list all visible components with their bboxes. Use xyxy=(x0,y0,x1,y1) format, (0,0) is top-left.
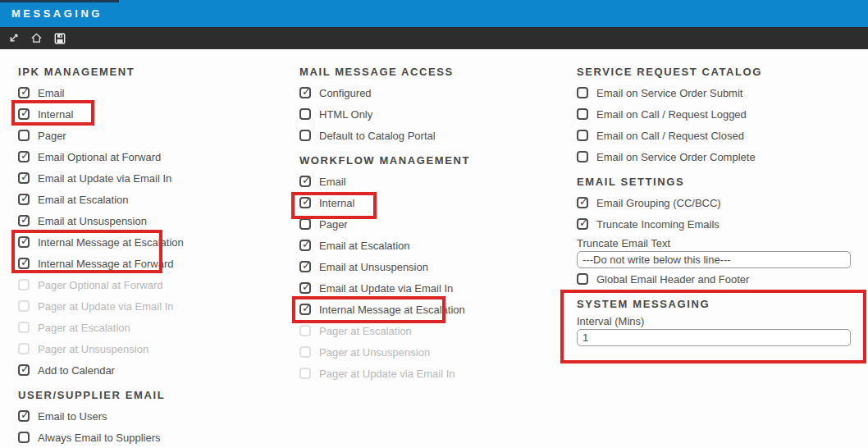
checkbox-always-email-to-suppliers[interactable] xyxy=(18,432,30,443)
checkbox-row-pager[interactable]: Pager xyxy=(18,125,294,146)
checkbox-internal[interactable] xyxy=(299,197,311,208)
checkbox-label-email-at-update-via-email-in: Email at Update via Email In xyxy=(319,282,453,295)
checkbox-email-on-call-request-closed[interactable] xyxy=(577,130,588,141)
checkbox-row-pager[interactable]: Pager xyxy=(299,213,575,235)
checkbox-label-default-to-catalog-portal: Default to Catalog Portal xyxy=(319,130,436,142)
section-ipk-management: IPK MANAGEMENTEmailInternalPagerEmail Op… xyxy=(18,66,294,381)
checkbox-label-html-only: HTML Only xyxy=(319,108,372,121)
checkbox-label-email: Email xyxy=(38,87,65,99)
section-workflow-management: WORKFLOW MANAGEMENTEmailInternalPagerEma… xyxy=(299,154,575,384)
checkbox-row-configured[interactable]: Configured xyxy=(299,82,575,103)
checkbox-label-email-on-call-request-logged: Email on Call / Request Logged xyxy=(596,108,747,121)
interval-mins-input[interactable] xyxy=(577,329,851,346)
checkbox-row-email-at-update-via-email-in[interactable]: Email at Update via Email In xyxy=(18,167,294,189)
checkbox-global-email-header-and-footer[interactable] xyxy=(577,273,588,285)
checkbox-email-grouping-cc-bcc[interactable] xyxy=(577,197,588,208)
section-title-workflow-management: WORKFLOW MANAGEMENT xyxy=(299,154,575,167)
checkbox-row-email-at-unsuspension[interactable]: Email at Unsuspension xyxy=(18,210,294,231)
checkbox-pager[interactable] xyxy=(18,130,30,141)
checkbox-internal[interactable] xyxy=(18,108,30,120)
column-1: IPK MANAGEMENTEmailInternalPagerEmail Op… xyxy=(18,49,294,448)
checkbox-row-pager-at-update-via-email-in: Pager at Update via Email In xyxy=(299,363,575,384)
checkbox-internal-message-at-forward[interactable] xyxy=(18,258,30,269)
checkbox-row-email-at-escalation[interactable]: Email at Escalation xyxy=(18,189,294,210)
checkbox-configured[interactable] xyxy=(299,87,311,98)
checkbox-row-default-to-catalog-portal[interactable]: Default to Catalog Portal xyxy=(299,125,575,146)
checkbox-row-email[interactable]: Email xyxy=(299,171,575,192)
checkbox-pager-at-unsuspension xyxy=(299,346,311,358)
checkbox-row-add-to-calendar[interactable]: Add to Calendar xyxy=(18,359,294,381)
checkbox-label-email-at-escalation: Email at Escalation xyxy=(38,194,129,206)
checkbox-internal-message-at-escalation[interactable] xyxy=(18,236,30,248)
checkbox-label-pager-at-escalation: Pager at Escalation xyxy=(319,325,412,337)
checkbox-email[interactable] xyxy=(18,87,30,98)
checkbox-label-pager-at-update-via-email-in: Pager at Update via Email In xyxy=(319,368,455,380)
checkbox-row-email-on-service-order-submit[interactable]: Email on Service Order Submit xyxy=(577,82,852,103)
checkbox-label-internal-message-at-forward: Internal Message at Forward xyxy=(38,258,173,270)
checkbox-label-pager: Pager xyxy=(38,130,66,142)
checkbox-pager[interactable] xyxy=(299,218,311,230)
checkbox-row-internal-message-at-forward[interactable]: Internal Message at Forward xyxy=(18,253,294,274)
collapse-arrow-icon[interactable] xyxy=(7,32,20,44)
checkbox-internal-message-at-escalation[interactable] xyxy=(299,304,311,315)
section-title-system-messaging: SYSTEM MESSAGING xyxy=(577,298,852,311)
checkbox-row-email-on-call-request-logged[interactable]: Email on Call / Request Logged xyxy=(577,103,852,125)
checkbox-row-email-to-users[interactable]: Email to Users xyxy=(18,405,294,427)
checkbox-email-at-escalation[interactable] xyxy=(299,240,311,251)
page-title: MESSAGING xyxy=(11,0,103,27)
checkbox-email-optional-at-forward[interactable] xyxy=(18,151,30,162)
toolbar xyxy=(0,27,868,49)
checkbox-email-at-unsuspension[interactable] xyxy=(299,261,311,272)
checkbox-add-to-calendar[interactable] xyxy=(18,364,30,376)
checkbox-row-always-email-to-suppliers[interactable]: Always Email to Suppliers xyxy=(18,427,294,448)
field-label-truncate-email-text: Truncate Email Text xyxy=(577,236,852,251)
checkbox-row-email-on-call-request-closed[interactable]: Email on Call / Request Closed xyxy=(577,125,852,146)
save-icon[interactable] xyxy=(53,32,66,44)
checkbox-row-pager-at-escalation: Pager at Escalation xyxy=(299,320,575,341)
checkbox-label-email-optional-at-forward: Email Optional at Forward xyxy=(38,151,161,163)
checkbox-row-global-email-header-and-footer[interactable]: Global Email Header and Footer xyxy=(577,268,852,290)
section-mail-message-access: MAIL MESSAGE ACCESSConfiguredHTML OnlyDe… xyxy=(299,66,575,146)
checkbox-default-to-catalog-portal[interactable] xyxy=(299,130,311,141)
checkbox-pager-at-escalation xyxy=(18,322,30,333)
home-icon[interactable] xyxy=(30,32,43,44)
checkbox-row-pager-at-unsuspension: Pager at Unsuspension xyxy=(18,338,294,359)
checkbox-label-configured: Configured xyxy=(319,87,372,99)
section-title-email-settings: EMAIL SETTINGS xyxy=(577,176,852,189)
checkbox-label-pager-at-escalation: Pager at Escalation xyxy=(38,322,130,334)
checkbox-row-email-at-update-via-email-in[interactable]: Email at Update via Email In xyxy=(299,277,575,299)
section-title-user-supplier-email: USER/SUPPLIER EMAIL xyxy=(18,389,294,402)
checkbox-label-always-email-to-suppliers: Always Email to Suppliers xyxy=(38,432,161,444)
checkbox-row-email-on-service-order-complete[interactable]: Email on Service Order Complete xyxy=(577,146,852,167)
checkbox-row-email-optional-at-forward[interactable]: Email Optional at Forward xyxy=(18,146,294,167)
checkbox-email-at-escalation[interactable] xyxy=(18,194,30,205)
checkbox-row-internal-message-at-escalation[interactable]: Internal Message at Escalation xyxy=(299,299,575,320)
checkbox-email-at-unsuspension[interactable] xyxy=(18,215,30,226)
checkbox-label-email-at-update-via-email-in: Email at Update via Email In xyxy=(38,172,171,185)
checkbox-row-html-only[interactable]: HTML Only xyxy=(299,103,575,125)
checkbox-row-truncate-incoming-emails[interactable]: Truncate Incoming Emails xyxy=(577,213,852,235)
checkbox-row-internal-message-at-escalation[interactable]: Internal Message at Escalation xyxy=(18,231,294,253)
checkbox-email[interactable] xyxy=(299,176,311,187)
checkbox-email-on-service-order-submit[interactable] xyxy=(577,87,588,98)
checkbox-email-at-update-via-email-in[interactable] xyxy=(299,282,311,294)
checkbox-row-email-at-unsuspension[interactable]: Email at Unsuspension xyxy=(299,256,575,277)
checkbox-email-at-update-via-email-in[interactable] xyxy=(18,172,30,184)
truncate-email-text-input[interactable] xyxy=(577,251,851,268)
checkbox-row-internal[interactable]: Internal xyxy=(18,103,294,125)
checkbox-email-to-users[interactable] xyxy=(18,410,30,422)
checkbox-email-on-call-request-logged[interactable] xyxy=(577,108,588,120)
checkbox-label-email-on-service-order-submit: Email on Service Order Submit xyxy=(596,87,742,99)
checkbox-label-internal-message-at-escalation: Internal Message at Escalation xyxy=(38,236,184,249)
checkbox-row-internal[interactable]: Internal xyxy=(299,192,575,213)
checkbox-row-email-at-escalation[interactable]: Email at Escalation xyxy=(299,235,575,256)
checkbox-label-email-to-users: Email to Users xyxy=(38,410,107,423)
checkbox-row-email[interactable]: Email xyxy=(18,82,294,103)
section-title-service-request-catalog: SERVICE REQUEST CATALOG xyxy=(577,66,852,79)
checkbox-html-only[interactable] xyxy=(299,108,311,120)
checkbox-label-pager-at-unsuspension: Pager at Unsuspension xyxy=(38,343,148,355)
checkbox-row-email-grouping-cc-bcc[interactable]: Email Grouping (CC/BCC) xyxy=(577,192,852,213)
checkbox-truncate-incoming-emails[interactable] xyxy=(577,218,588,230)
checkbox-row-pager-optional-at-forward: Pager Optional at Forward xyxy=(18,274,294,295)
checkbox-email-on-service-order-complete[interactable] xyxy=(577,151,588,162)
